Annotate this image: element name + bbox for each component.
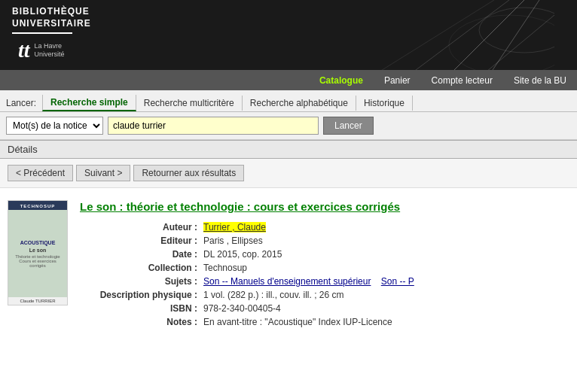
collection-value: Technosup <box>200 261 569 275</box>
subjects-row: Sujets : Son -- Manuels d'enseignement s… <box>80 275 569 288</box>
description-label: Description physique : <box>80 288 200 302</box>
header-top: BIBLIOTHÈQUE UNIVERSITAIRE tt La Havre U… <box>0 0 577 70</box>
nav-buttons: < Précédent Suivant > Retourner aux résu… <box>0 159 577 188</box>
logo-divider <box>12 32 72 34</box>
nav-bar: Catalogue Panier Compte lecteur Site de … <box>0 70 577 90</box>
book-details: Le son : théorie et technologie : cours … <box>80 200 569 329</box>
nav-compte-lecteur[interactable]: Compte lecteur <box>421 70 503 90</box>
cover-title: Le son <box>29 248 47 253</box>
nav-panier[interactable]: Panier <box>374 70 421 90</box>
tab-recherche-simple[interactable]: Recherche simple <box>42 95 136 111</box>
cover-mid: ACOUSTIQUE Le son Théorie et technologie… <box>8 210 67 297</box>
description-value: 1 vol. (282 p.) : ill., couv. ill. ; 26 … <box>200 288 569 302</box>
description-row: Description physique : 1 vol. (282 p.) :… <box>80 288 569 302</box>
logo-subtitle: La Havre Université <box>35 42 65 59</box>
notes-value: En avant-titre : "Acoustique" Index IUP-… <box>200 315 569 329</box>
publisher-value: Paris , Ellipses <box>200 234 569 248</box>
page-header: BIBLIOTHÈQUE UNIVERSITAIRE tt La Havre U… <box>0 0 577 90</box>
subjects-value: Son -- Manuels d'enseignement supérieur … <box>200 275 569 288</box>
subject-link-1[interactable]: Son -- Manuels d'enseignement supérieur <box>203 276 371 287</box>
date-value: DL 2015, cop. 2015 <box>200 248 569 261</box>
notes-row: Notes : En avant-titre : "Acoustique" In… <box>80 315 569 329</box>
cover-author: Claude TURRIER <box>10 299 66 303</box>
isbn-row: ISBN : 978-2-340-00405-4 <box>80 302 569 315</box>
search-field-select[interactable]: Mot(s) de la notice <box>6 117 103 135</box>
cover-bottom: Claude TURRIER <box>8 297 67 305</box>
subject-link-2[interactable]: Son -- P <box>381 276 414 287</box>
tab-recherche-alphabetique[interactable]: Recherche alphabétique <box>243 96 356 111</box>
search-input[interactable] <box>108 117 319 135</box>
lancer-label: Lancer: <box>6 98 36 108</box>
search-tabs: Lancer: Recherche simple Recherche multi… <box>0 90 577 112</box>
notes-label: Notes : <box>80 315 200 329</box>
book-title-link[interactable]: Le son : théorie et technologie : cours … <box>80 200 569 213</box>
nav-catalogue[interactable]: Catalogue <box>309 70 374 90</box>
cover-acoustique-label: ACOUSTIQUE <box>20 240 56 245</box>
author-link[interactable]: Turrier , Claude <box>203 222 266 232</box>
subjects-label: Sujets : <box>80 275 200 288</box>
date-label: Date : <box>80 248 200 261</box>
author-value: Turrier , Claude <box>200 220 569 234</box>
publisher-label: Editeur : <box>80 234 200 248</box>
logo-tt-icon: tt <box>18 40 30 61</box>
tab-recherche-multicritere[interactable]: Recherche multicritère <box>136 96 243 111</box>
cover-subtitle: Théorie et technologieCours et exercices… <box>15 254 60 268</box>
prev-button[interactable]: < Précédent <box>8 165 73 181</box>
collection-label: Collection : <box>80 261 200 275</box>
details-header: Détails <box>0 140 577 159</box>
detail-table: Auteur : Turrier , Claude Editeur : Pari… <box>80 220 569 329</box>
author-label: Auteur : <box>80 220 200 234</box>
search-row: Mot(s) de la notice Lancer <box>0 112 577 139</box>
collection-row: Collection : Technosup <box>80 261 569 275</box>
search-section: Lancer: Recherche simple Recherche multi… <box>0 90 577 140</box>
tab-historique[interactable]: Historique <box>356 96 413 111</box>
back-button[interactable]: Retourner aux résultats <box>133 165 244 181</box>
publisher-row: Editeur : Paris , Ellipses <box>80 234 569 248</box>
cover-top: TECHNOSUP <box>8 201 67 210</box>
book-section: TECHNOSUP ACOUSTIQUE Le son Théorie et t… <box>0 188 577 341</box>
next-button[interactable]: Suivant > <box>76 165 130 181</box>
book-cover: TECHNOSUP ACOUSTIQUE Le son Théorie et t… <box>8 200 68 305</box>
search-button[interactable]: Lancer <box>323 117 374 135</box>
university-name: BIBLIOTHÈQUE UNIVERSITAIRE <box>12 6 565 29</box>
nav-site-bu[interactable]: Site de la BU <box>503 70 577 90</box>
isbn-label: ISBN : <box>80 302 200 315</box>
isbn-value: 978-2-340-00405-4 <box>200 302 569 315</box>
header-content: BIBLIOTHÈQUE UNIVERSITAIRE tt La Havre U… <box>0 0 577 90</box>
logo-section: tt La Havre Université <box>12 37 565 64</box>
author-row: Auteur : Turrier , Claude <box>80 220 569 234</box>
cover-badge: TECHNOSUP <box>11 204 64 208</box>
date-row: Date : DL 2015, cop. 2015 <box>80 248 569 261</box>
